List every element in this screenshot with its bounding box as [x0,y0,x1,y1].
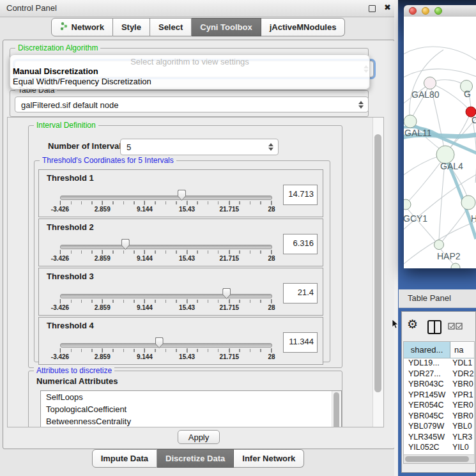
list-item-betweennesscentrality[interactable]: BetweennessCentrality [41,415,341,427]
column-header-na[interactable]: na [450,342,474,358]
tick-label: -3.426 [51,304,69,311]
zoom-traffic-light-icon[interactable] [434,7,442,15]
table-row[interactable]: YER054CYER0 [404,401,474,411]
slider-axis: -3.4262.8599.14415.4321.71528 [60,201,272,215]
tick-mark [102,299,103,303]
table-row[interactable]: YDR27...YDR2 [404,369,474,380]
tick-mark [59,348,60,353]
number-of-intervals-combo[interactable]: 5 [120,139,279,155]
float-window-icon[interactable] [369,5,376,12]
tab-jactivemnodules[interactable]: jActiveMNodules [261,18,346,36]
table-panel-title: Table Panel [408,293,451,303]
table-row[interactable]: YPR145WYPR1 [404,390,474,401]
tab-cyni-toolbox[interactable]: Cyni Toolbox [192,18,261,36]
table-cell[interactable]: YER054C [404,401,450,411]
table-cell[interactable]: YDL1 [450,358,474,369]
table-cell[interactable]: YLR345W [404,433,450,443]
network-edge[interactable] [439,164,445,240]
table-cell[interactable]: YDR2 [450,369,474,380]
list-item-selfloops[interactable]: SelfLoops [41,391,341,403]
numerical-attributes-list[interactable]: SelfLoopsTopologicalCoefficientBetweenne… [40,390,342,427]
close-window-icon[interactable]: ✖ [384,3,391,12]
checkbox-icons[interactable] [448,323,463,330]
network-edge[interactable] [404,47,476,63]
table-data-combo[interactable]: galFiltered.sif default node [15,96,369,112]
algorithm-option-manual-discretization[interactable]: Manual Discretization [10,66,369,77]
network-node-hap2[interactable] [434,240,444,250]
tick-label: 9.144 [137,255,153,262]
table-cell[interactable]: YBR0 [450,380,474,390]
algorithm-option-equal-width-frequency-discretization[interactable]: Equal Width/Frequency Discretization [10,77,369,87]
network-edge[interactable] [408,158,443,202]
tab-network[interactable]: Network [51,18,113,36]
list-item-topologicalcoefficient[interactable]: TopologicalCoefficient [41,403,341,415]
table-row[interactable]: YLR345WYLR3 [404,433,474,443]
table-row[interactable]: YIL052CYIL0 [404,443,474,454]
list-scrollbar-thumb[interactable] [334,392,339,427]
settings-scrollbar[interactable] [372,118,383,427]
table-cell[interactable]: YBR043C [404,380,450,390]
tab-select[interactable]: Select [150,18,192,36]
network-edge[interactable] [404,156,440,178]
table-cell[interactable]: YBL0 [450,422,474,433]
bottom-tab-infer-network[interactable]: Infer Network [234,449,304,468]
table-row[interactable]: YBR045CYBR0 [404,411,474,422]
network-window-titlebar[interactable] [404,5,476,17]
network-node-gal80[interactable] [424,77,436,89]
network-canvas[interactable]: GAL80GCGAL11GAL4GCY1HHAP2 [404,17,476,268]
threshold-value-field[interactable]: 21.4 [283,283,318,303]
table-cell[interactable]: YBR0 [450,411,474,422]
bottom-tab-discretize-data[interactable]: Discretize Data [157,449,234,468]
slider-track[interactable] [60,294,272,298]
settings-scrollbar-thumb[interactable] [374,134,381,392]
table-cell[interactable]: YLR3 [450,433,474,443]
table-row[interactable]: YBR043CYBR0 [404,380,474,390]
slider-track[interactable] [60,343,272,348]
threshold-value-field[interactable]: 11.344 [283,332,318,353]
table-row[interactable]: YBL079WYBL0 [404,422,474,433]
table-cell[interactable]: YIL0 [450,443,474,454]
slider-track[interactable] [60,196,272,200]
axis-tick: 15.43 [179,299,195,311]
axis-tick: 15.43 [179,250,195,262]
table-cell[interactable]: YBR045C [404,411,450,422]
table-cell[interactable]: YER0 [450,401,474,411]
list-scrollbar[interactable] [332,391,341,427]
columns-layout-icon[interactable] [427,320,441,334]
apply-button[interactable]: Apply [178,430,220,444]
slider-track[interactable] [60,245,272,249]
close-traffic-light-icon[interactable] [409,7,417,15]
table-cell[interactable]: YDR27... [404,369,450,380]
axis-tick: 9.144 [137,250,153,262]
table-scrollbar-thumb[interactable] [405,456,469,462]
network-node-label: GAL80 [411,89,440,100]
tab-style[interactable]: Style [113,18,150,36]
thresholds-group-title: Threshold's Coordinates for 5 Intervals [40,156,176,165]
tick-mark [59,250,60,254]
minimize-traffic-light-icon[interactable] [422,7,429,15]
network-node-gal11[interactable] [404,115,417,128]
threshold-value-field[interactable]: 14.713 [283,185,318,205]
table-cell[interactable]: YPR1 [450,390,474,401]
table-cell[interactable]: YPR145W [404,390,450,401]
checkbox-checked-icon [448,323,455,330]
table-cell[interactable]: YDL19... [404,358,450,369]
table-cell[interactable]: YIL052C [404,443,450,454]
column-header-shared[interactable]: shared... [404,342,450,358]
network-edge[interactable] [442,208,467,242]
axis-tick: -3.426 [51,250,69,262]
network-node-h[interactable] [461,196,475,210]
table-cell[interactable]: YBL079W [404,422,450,433]
bottom-tab-impute-data[interactable]: Impute Data [92,449,157,468]
gear-icon[interactable]: ⚙ [407,318,418,330]
top-tab-bar: NetworkStyleSelectCyni ToolboxjActiveMNo… [0,18,396,38]
slider-axis: -3.4262.8599.14415.4321.71528 [60,299,272,313]
network-edge[interactable] [404,69,476,79]
mouse-cursor [392,319,399,329]
threshold-value-field[interactable]: 6.316 [283,234,318,254]
network-node[interactable] [451,263,460,268]
table-row[interactable]: YDL19...YDL1 [404,358,474,369]
network-node-gcy1[interactable] [404,199,411,210]
table-horizontal-scrollbar[interactable] [404,454,474,463]
bottom-tab-label: Impute Data [101,454,148,463]
